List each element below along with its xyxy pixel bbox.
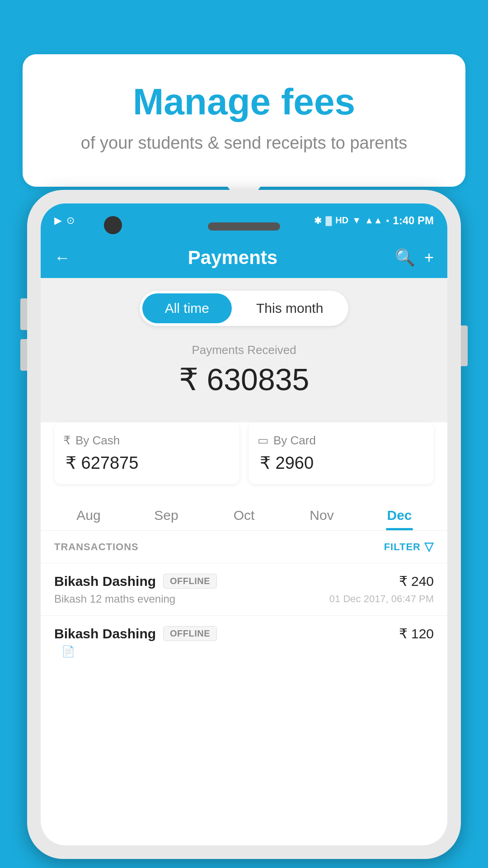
card-icon: ▭ xyxy=(258,434,269,448)
cash-icon: ₹ xyxy=(63,434,71,448)
signal-icon: ▲▲ xyxy=(365,215,383,226)
add-button[interactable]: + xyxy=(424,248,434,267)
by-card-label: By Card xyxy=(273,434,316,448)
hd-icon: HD xyxy=(335,215,348,226)
by-cash-label: By Cash xyxy=(75,434,120,448)
payments-section: Payments Received ₹ 630835 xyxy=(41,339,447,422)
filter-label: FILTER xyxy=(384,541,421,553)
by-card-card: ▭ By Card ₹ 2960 xyxy=(249,422,434,484)
page-title: Payments xyxy=(80,247,386,269)
payments-amount: ₹ 630835 xyxy=(54,362,434,397)
filter-button[interactable]: FILTER ▽ xyxy=(384,540,434,554)
offline-badge: OFFLINE xyxy=(163,574,217,589)
transaction-name: Bikash Dashing xyxy=(54,574,156,589)
transaction-date: 01 Dec 2017, 06:47 PM xyxy=(329,593,434,605)
transaction-name-group: Bikash Dashing OFFLINE xyxy=(54,626,217,642)
by-cash-amount: ₹ 627875 xyxy=(63,453,230,473)
phone-screen: ▶ ⊙ ✱ ▓ HD ▼ ▲▲ ▪ 1:40 PM ← Payments 🔍 xyxy=(41,203,447,845)
transaction-amount: ₹ 120 xyxy=(399,626,434,642)
speaker xyxy=(208,222,280,231)
offline-badge: OFFLINE xyxy=(163,626,217,641)
filter-icon: ▽ xyxy=(424,540,434,554)
back-button[interactable]: ← xyxy=(54,248,70,267)
wifi-icon: ▼ xyxy=(352,215,361,226)
search-button[interactable]: 🔍 xyxy=(395,248,415,267)
by-card-amount: ₹ 2960 xyxy=(258,453,425,473)
volume-down-button xyxy=(20,339,27,371)
play-icon: ▶ xyxy=(54,215,62,226)
all-time-button[interactable]: All time xyxy=(142,293,232,323)
bluetooth-icon: ✱ xyxy=(314,215,322,226)
transaction-top-row: Bikash Dashing OFFLINE ₹ 120 xyxy=(54,626,434,642)
this-month-button[interactable]: This month xyxy=(234,293,346,323)
transaction-top-row: Bikash Dashing OFFLINE ₹ 240 xyxy=(54,573,434,589)
transaction-row: Bikash Dashing OFFLINE ₹ 240 Bikash 12 m… xyxy=(41,563,447,615)
transaction-name-group: Bikash Dashing OFFLINE xyxy=(54,574,217,589)
vibrate-icon: ▓ xyxy=(325,216,332,226)
transaction-bottom-row: 📄 xyxy=(54,645,434,658)
volume-up-button xyxy=(20,298,27,330)
transactions-header: TRANSACTIONS FILTER ▽ xyxy=(41,531,447,563)
battery-icon: ▪ xyxy=(386,216,389,226)
app-bar: ← Payments 🔍 + xyxy=(41,237,447,278)
payment-cards-row: ₹ By Cash ₹ 627875 ▭ By Card ₹ 2960 xyxy=(41,422,447,498)
status-bar: ▶ ⊙ ✱ ▓ HD ▼ ▲▲ ▪ 1:40 PM xyxy=(41,203,447,237)
receipt-icon: 📄 xyxy=(61,645,75,658)
transaction-name: Bikash Dashing xyxy=(54,626,156,642)
power-button xyxy=(461,326,468,366)
transaction-bottom-row: Bikash 12 maths evening 01 Dec 2017, 06:… xyxy=(54,593,434,605)
bubble-title: Manage fees xyxy=(59,81,429,122)
toggle-container: All time This month xyxy=(41,278,447,339)
transaction-desc: Bikash 12 maths evening xyxy=(54,593,175,605)
tab-dec[interactable]: Dec xyxy=(361,498,438,530)
transactions-label: TRANSACTIONS xyxy=(54,541,139,553)
time-display: 1:40 PM xyxy=(393,214,434,227)
status-left-icons: ▶ ⊙ xyxy=(54,215,75,226)
camera-icon xyxy=(104,216,122,234)
phone-frame: ▶ ⊙ ✱ ▓ HD ▼ ▲▲ ▪ 1:40 PM ← Payments 🔍 xyxy=(27,190,461,859)
transaction-amount: ₹ 240 xyxy=(399,573,434,589)
speech-bubble: Manage fees of your students & send rece… xyxy=(23,54,465,187)
main-content: All time This month Payments Received ₹ … xyxy=(41,278,447,845)
by-cash-card: ₹ By Cash ₹ 627875 xyxy=(54,422,239,484)
payments-label: Payments Received xyxy=(54,343,434,357)
refresh-icon: ⊙ xyxy=(66,215,75,226)
month-tabs: Aug Sep Oct Nov Dec xyxy=(41,498,447,531)
tab-oct[interactable]: Oct xyxy=(205,498,283,530)
by-cash-header: ₹ By Cash xyxy=(63,434,230,448)
by-card-header: ▭ By Card xyxy=(258,434,425,448)
transaction-row: Bikash Dashing OFFLINE ₹ 120 📄 xyxy=(41,615,447,668)
status-right-icons: ✱ ▓ HD ▼ ▲▲ ▪ 1:40 PM xyxy=(314,214,434,227)
tab-sep[interactable]: Sep xyxy=(127,498,205,530)
view-toggle: All time This month xyxy=(140,291,349,326)
tab-aug[interactable]: Aug xyxy=(50,498,127,530)
bubble-subtitle: of your students & send receipts to pare… xyxy=(59,131,429,155)
tab-nov[interactable]: Nov xyxy=(283,498,361,530)
